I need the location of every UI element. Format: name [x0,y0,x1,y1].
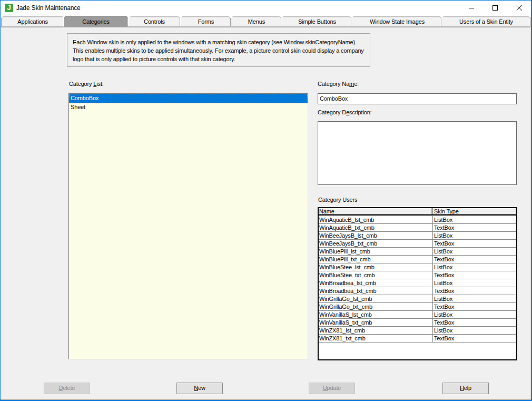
svg-text:Categories: Categories [82,18,110,25]
svg-text:Users of a Skin Entity: Users of a Skin Entity [459,18,514,25]
svg-text:Applications: Applications [17,18,48,25]
svg-text:Controls: Controls [144,18,165,25]
svg-text:Menus: Menus [248,18,265,25]
svg-text:Window State Images: Window State Images [370,18,425,25]
svg-text:Simple Buttons: Simple Buttons [298,18,337,25]
svg-text:Forms: Forms [198,18,214,25]
